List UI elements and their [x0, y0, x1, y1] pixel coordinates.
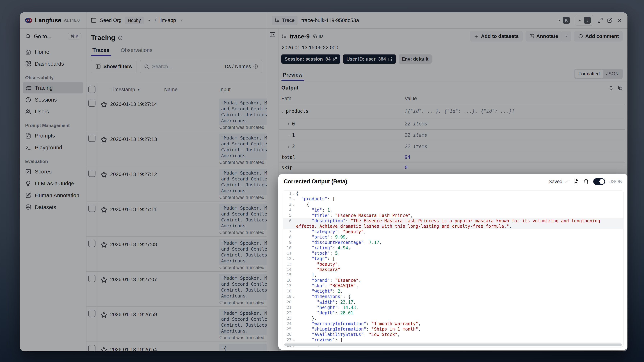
- line-number: 7: [283, 229, 296, 234]
- code-content: "warrantyInformation": "1 month warranty…: [296, 321, 623, 326]
- code-content: "beauty",: [296, 262, 623, 267]
- line-number: 22: [283, 310, 296, 316]
- horizontal-scrollbar[interactable]: [284, 344, 622, 346]
- code-content: "title": "Essence Mascara Lash Prince",: [296, 213, 623, 218]
- line-number: 27⌄: [283, 337, 296, 343]
- line-number: 26: [283, 332, 296, 337]
- code-line-25[interactable]: 25 "shippingInformation": "Ships in 1 mo…: [283, 326, 623, 332]
- line-number: 8: [283, 234, 296, 240]
- code-line-26[interactable]: 26 "availabilityStatus": "Low Stock",: [283, 332, 623, 337]
- json-toggle[interactable]: [593, 178, 605, 185]
- line-number: 21: [283, 305, 296, 310]
- desktop-background: Langfuse v3.146.0 Go to... ⌘ K HomeDashb…: [0, 0, 644, 362]
- code-content: "weight": 2,: [296, 288, 623, 294]
- line-number: 10: [283, 245, 296, 250]
- code-line-14[interactable]: 14 "mascara": [283, 267, 623, 272]
- code-content: "dimensions": {: [296, 294, 623, 300]
- code-line-10[interactable]: 10 "rating": 4.94,: [283, 245, 623, 250]
- fold-chevron-icon[interactable]: ⌄: [292, 196, 295, 202]
- code-content: },: [296, 316, 623, 321]
- code-line-9[interactable]: 9 "discountPercentage": 7.17,: [283, 240, 623, 245]
- code-content: "category": "beauty",: [296, 229, 623, 234]
- code-content: {: [296, 191, 623, 196]
- fold-chevron-icon[interactable]: ⌄: [292, 202, 295, 208]
- json-editor[interactable]: 1⌄{2⌄ "products": [3⌄ {4 "id": 1,5 "titl…: [283, 190, 624, 347]
- code-content: "width": 23.17,: [296, 300, 623, 305]
- code-line-16[interactable]: 16 "brand": "Essence",: [283, 278, 623, 283]
- code-line-15[interactable]: 15 ],: [283, 272, 623, 278]
- line-number: 25: [283, 326, 296, 332]
- code-line-6[interactable]: 6 "description": "The Essence Mascara La…: [283, 218, 623, 229]
- code-content: "description": "The Essence Mascara Lash…: [296, 218, 623, 229]
- line-number: 19⌄: [283, 294, 296, 300]
- line-number: 20: [283, 300, 296, 305]
- line-number: 4: [283, 208, 296, 213]
- trash-icon[interactable]: [583, 179, 589, 184]
- code-content: "shippingInformation": "Ships in 1 month…: [296, 326, 623, 332]
- line-number: 2⌄: [283, 196, 296, 202]
- code-line-22[interactable]: 22 "depth": 28.01: [283, 310, 623, 316]
- line-number: 16: [283, 278, 296, 283]
- code-line-4[interactable]: 4 "id": 1,: [283, 208, 623, 213]
- fold-chevron-icon[interactable]: ⌄: [292, 256, 295, 262]
- saved-status: Saved: [548, 179, 569, 184]
- json-toggle-label: JSON: [610, 179, 622, 184]
- code-line-21[interactable]: 21 "height": 14.43,: [283, 305, 623, 310]
- code-line-7[interactable]: 7 "category": "beauty",: [283, 229, 623, 234]
- code-content: "stock": 5,: [296, 250, 623, 256]
- save-file-icon[interactable]: [573, 179, 579, 184]
- line-number: 12⌄: [283, 256, 296, 262]
- code-line-23[interactable]: 23 },: [283, 316, 623, 321]
- code-line-17[interactable]: 17 "sku": "RCH45Q1A",: [283, 283, 623, 288]
- code-content: "sku": "RCH45Q1A",: [296, 283, 623, 288]
- code-line-24[interactable]: 24 "warrantyInformation": "1 month warra…: [283, 321, 623, 326]
- code-line-1[interactable]: 1⌄{: [283, 191, 623, 196]
- code-line-12[interactable]: 12⌄ "tags": [: [283, 256, 623, 262]
- code-content: "reviews": [: [296, 337, 623, 343]
- line-number: 5: [283, 213, 296, 218]
- fold-chevron-icon[interactable]: ⌄: [292, 338, 295, 343]
- line-number: 13: [283, 262, 296, 267]
- corrected-output-card: Corrected Output (Beta) Saved JSON 1⌄{2⌄…: [278, 174, 628, 350]
- code-content: "height": 14.43,: [296, 305, 623, 310]
- corrected-output-title: Corrected Output (Beta): [284, 178, 347, 185]
- line-number: 15: [283, 272, 296, 278]
- line-number: 3⌄: [283, 202, 296, 208]
- code-content: "availabilityStatus": "Low Stock",: [296, 332, 623, 337]
- code-content: "products": [: [296, 196, 623, 202]
- fold-chevron-icon[interactable]: ⌄: [292, 191, 295, 196]
- code-line-27[interactable]: 27⌄ "reviews": [: [283, 337, 623, 343]
- code-line-8[interactable]: 8 "price": 9.99,: [283, 234, 623, 240]
- line-number: 23: [283, 316, 296, 321]
- code-content: "depth": 28.01: [296, 310, 623, 316]
- code-line-18[interactable]: 18 "weight": 2,: [283, 288, 623, 294]
- line-number: 24: [283, 321, 296, 326]
- code-content: "tags": [: [296, 256, 623, 262]
- code-content: "rating": 4.94,: [296, 245, 623, 250]
- code-content: "mascara": [296, 267, 623, 272]
- code-content: "id": 1,: [296, 208, 623, 213]
- line-number: 17: [283, 283, 296, 288]
- app-window: Langfuse v3.146.0 Go to... ⌘ K HomeDashb…: [20, 12, 628, 352]
- code-content: ],: [296, 272, 623, 278]
- line-number: 18: [283, 288, 296, 294]
- line-number: 14: [283, 267, 296, 272]
- code-line-13[interactable]: 13 "beauty",: [283, 262, 623, 267]
- code-line-2[interactable]: 2⌄ "products": [: [283, 196, 623, 202]
- code-content: {: [296, 202, 623, 208]
- line-number: 1⌄: [283, 191, 296, 196]
- code-line-20[interactable]: 20 "width": 23.17,: [283, 300, 623, 305]
- code-line-3[interactable]: 3⌄ {: [283, 202, 623, 208]
- code-content: "discountPercentage": 7.17,: [296, 240, 623, 245]
- code-line-5[interactable]: 5 "title": "Essence Mascara Lash Prince"…: [283, 213, 623, 218]
- line-number: 9: [283, 240, 296, 245]
- check-icon: [564, 179, 569, 184]
- code-line-19[interactable]: 19⌄ "dimensions": {: [283, 294, 623, 300]
- code-content: "price": 9.99,: [296, 234, 623, 240]
- code-line-11[interactable]: 11 "stock": 5,: [283, 250, 623, 256]
- code-content: "brand": "Essence",: [296, 278, 623, 283]
- line-number: 6: [283, 218, 296, 229]
- line-number: 11: [283, 250, 296, 256]
- fold-chevron-icon[interactable]: ⌄: [292, 294, 295, 300]
